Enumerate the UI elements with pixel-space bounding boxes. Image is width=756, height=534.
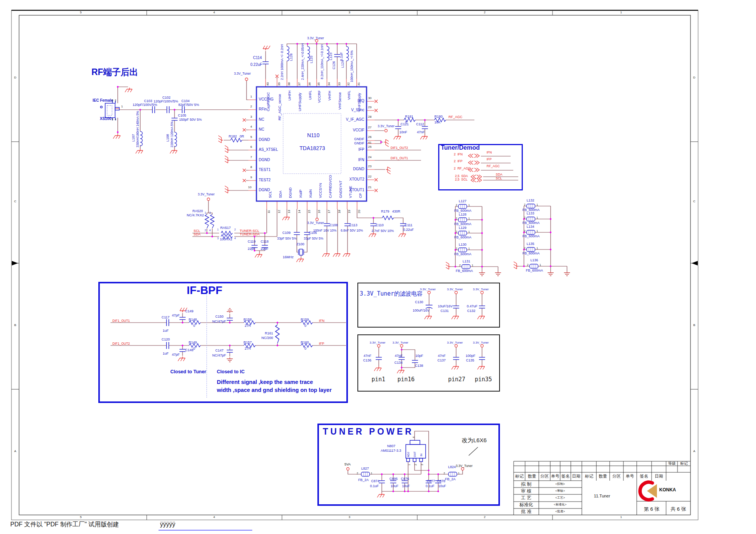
sheet-page-number: 第 6 张 [644,507,659,512]
tuner-demod-title: Tuner/Demod [441,145,480,151]
schematic-label: 1 [121,105,123,108]
schematic-label: VCCRF [317,90,321,103]
schematic-label: 3 [217,237,219,240]
schematic-label: <工艺> [555,496,565,499]
ic-tda18273 [256,87,367,201]
schematic-label: SDA [194,233,201,236]
schematic-label: 0 [193,324,195,328]
routing-note-line1: Different signal ,keep the same trace [217,379,313,385]
schematic-label: 1 [468,204,470,206]
schematic-label: RF_AGC [448,115,463,119]
closed-to-tuner-label: Closed to Tuner [170,369,206,374]
footer-link-text[interactable]: ÿÿÿÿÿ [160,521,175,528]
schematic-label: 16 [318,210,321,213]
schematic-label: 等级 [668,462,676,465]
schematic-label: 3 [349,516,350,519]
schematic-label: <批准> [555,510,565,513]
schematic-label: 1 [620,11,622,14]
schematic-label: 100nH_150mA_+/-5% [350,50,354,82]
schematic-label: 38 [288,82,291,86]
schematic-label: IFN [358,158,364,162]
routing-note-line2: width ,space and gnd shielding on top la… [217,387,332,393]
schematic-label: 39 [278,82,281,86]
schematic-label: 28 [368,115,372,118]
schematic-label: 2,5 SCL [455,178,468,181]
schematic-label: C111 [405,224,412,227]
schematic-label: L107 [132,134,135,142]
schematic-label: 3 [421,464,423,465]
schematic-label: GNDSYNT [339,181,343,198]
schematic-label: 日期 [572,474,580,478]
schematic-label: CP [359,193,362,198]
schematic-label: TEST2 [259,178,271,182]
schematic-label: IFN [487,151,492,154]
schematic-label: 4 [234,237,236,240]
schematic-label: B [14,324,16,327]
schematic-label: 3.3V_Tuner [447,288,463,291]
schematic-label: 30 [368,97,372,100]
schematic-label: 3.3V_Tuner [378,125,394,128]
schematic-label: 5VA [344,463,351,466]
schematic-label: 2 [205,229,206,232]
schematic-label: 20 [358,210,361,213]
schematic-label: RF_AGC_sense [278,94,282,120]
schematic-label: 1 [408,464,410,465]
schematic-label: 标记 [515,474,524,478]
schematic-label: 27R [245,347,251,350]
schematic-label: XS100 [100,117,111,121]
schematic-label: C [693,200,695,203]
schematic-label: FB_600mA [522,252,540,255]
schematic-label: 3 [250,115,252,118]
schematic-label: 9 [250,176,252,179]
schematic-label: 22 [368,175,372,178]
schematic-label: 1 [468,247,470,250]
schematic-label: 2 [414,464,417,465]
schematic-label: 2.7nF 50V 10% [372,229,394,233]
schematic-label: C138 [415,364,423,368]
schematic-label: 2 [444,472,445,475]
schematic-label: 2 [456,230,457,233]
schematic-label: D [14,76,16,79]
schematic-label: TEST1 [259,168,271,172]
schematic-label: <标准化> [554,503,566,506]
schematic-label: 2 [484,11,485,14]
schematic-label: L127 [459,200,466,203]
schematic-label: FB_600mA [454,209,471,213]
schematic-label: XTOUT2 [349,177,364,181]
schematic-label: 2 [459,264,461,267]
schematic-label: pin35 [475,377,492,382]
tuner-demod-box [438,144,523,190]
schematic-label: 1 [537,247,538,249]
schematic-label: NC/47pF [212,320,226,323]
schematic-label: 220nH 120mA 5% [170,121,174,147]
schematic-label: 1uF [163,329,169,333]
schematic-label: FB_600mA [454,253,471,256]
schematic-label: 3.3V_Tuner [307,221,324,225]
schematic-label: 27 [368,126,372,129]
schematic-label: 33pF 50V 5% [304,237,324,240]
schematic-label: R179 [381,210,389,213]
schematic-label: C132 [467,309,476,313]
schematic-label: 1uF [163,352,169,355]
schematic-label: C112 [416,123,424,126]
schematic-label: 4 [209,229,211,232]
schematic-label: 8 [250,166,252,169]
schematic-label: 36 [308,82,311,86]
schematic-label: 审 核 [521,489,531,493]
schematic-label: 2 [115,99,116,102]
schematic-label: R158 [243,318,252,321]
schematic-label: 10 [248,186,251,189]
schematic-label: VCCSYN [319,183,322,198]
schematic-label: 0.22uF [250,63,262,67]
schematic-label: 2 [456,217,457,220]
if-bpf-title: IF-BPF [187,285,222,296]
schematic-label: 33pF 50V 5% [277,237,297,240]
schematic-label: ADJ [407,452,410,457]
schematic-label: 0R [240,135,244,138]
schematic-label: 1 [468,230,470,233]
schematic-label: 10uF [438,484,446,488]
schematic-label: 6 [250,145,252,149]
schematic-label: C895 [389,477,398,481]
schematic-label: 2 [524,203,525,206]
schematic-label: L824 [448,465,456,469]
